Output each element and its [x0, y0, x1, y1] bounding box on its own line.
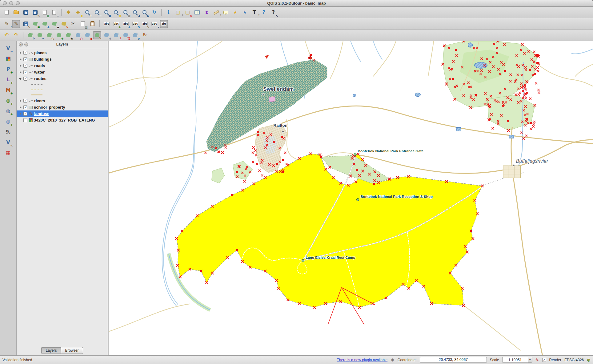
- layer-item-rivers[interactable]: rivers: [17, 98, 108, 104]
- layer-item-buildings[interactable]: buildings: [17, 56, 108, 62]
- add-part-icon[interactable]: +: [55, 31, 63, 39]
- layer-item-3420C_2010_327_RGB_LATLNG[interactable]: 3420C_2010_327_RGB_LATLNG: [17, 117, 108, 123]
- zoom-out-icon[interactable]: −: [93, 8, 101, 17]
- redo-icon[interactable]: ↷: [12, 31, 20, 39]
- zoom-to-layer-icon[interactable]: ▤: [122, 8, 130, 17]
- new-shapefile-layer-icon[interactable]: V✎: [4, 138, 12, 146]
- delete-selected-icon[interactable]: ✕: [60, 20, 68, 28]
- tab-layers[interactable]: Layers: [41, 347, 61, 354]
- text-annotation-icon[interactable]: T▾: [250, 8, 258, 17]
- cut-features-icon[interactable]: ✂: [69, 20, 78, 28]
- add-spatialite-layer-icon[interactable]: L+: [4, 75, 12, 84]
- layer-visibility-checkbox[interactable]: [23, 99, 27, 103]
- layer-visibility-checkbox[interactable]: [23, 70, 27, 74]
- layer-visibility-checkbox[interactable]: [23, 77, 27, 81]
- layer-item-water[interactable]: water: [17, 69, 108, 75]
- open-project-icon[interactable]: [12, 8, 20, 17]
- layer-item-routes[interactable]: routes: [17, 75, 108, 82]
- zoom-full-icon[interactable]: ▣: [102, 8, 111, 17]
- label-rotate-icon[interactable]: abc↻: [131, 20, 139, 28]
- layer-visibility-checkbox[interactable]: [23, 57, 27, 61]
- layer-labeling-options-icon[interactable]: abc: [102, 20, 111, 28]
- layer-expander-icon[interactable]: [19, 112, 22, 115]
- add-feature-icon[interactable]: ✱: [31, 20, 39, 28]
- deselect-features-icon[interactable]: ▢✕: [183, 8, 192, 17]
- move-feature-icon[interactable]: ✚: [41, 20, 49, 28]
- layer-expander-icon[interactable]: [19, 58, 22, 61]
- label-add-icon[interactable]: abc+: [112, 20, 120, 28]
- dropdown-arrow-icon[interactable]: ▾: [220, 14, 221, 16]
- layer-expander-icon[interactable]: [19, 106, 22, 109]
- stop-rendering-icon[interactable]: ✎: [535, 358, 539, 362]
- measure-line-icon[interactable]: ▾: [212, 8, 220, 17]
- zoom-last-icon[interactable]: ◀: [131, 8, 139, 17]
- add-wms-layer-icon[interactable]: ◍+: [4, 96, 12, 105]
- label-pin-icon[interactable]: abc▾: [150, 20, 158, 28]
- composer-manager-icon[interactable]: ≡: [50, 8, 58, 17]
- zoom-in-icon[interactable]: +: [83, 8, 92, 17]
- title-bar[interactable]: QGIS 2.0.1-Dufour - basic_map: [0, 0, 593, 7]
- undo-icon[interactable]: ↶: [2, 31, 11, 39]
- new-print-composer-icon[interactable]: ▦: [41, 8, 49, 17]
- add-wcs-layer-icon[interactable]: ◍+: [4, 107, 12, 115]
- node-tool-icon[interactable]: ▪: [50, 20, 58, 28]
- dropdown-arrow-icon[interactable]: ▾: [258, 14, 259, 16]
- layer-expander-icon[interactable]: [19, 99, 22, 102]
- split-parts-icon[interactable]: %: [122, 31, 130, 39]
- delete-part-icon[interactable]: ▪: [83, 31, 92, 39]
- label-change-icon[interactable]: abc✎: [141, 20, 149, 28]
- pan-to-selection-icon[interactable]: ▮: [74, 8, 82, 17]
- copy-features-icon[interactable]: ▥: [79, 20, 87, 28]
- layer-expander-icon[interactable]: [19, 71, 22, 74]
- render-checkbox[interactable]: [542, 358, 546, 362]
- label-highlight-pinned-icon[interactable]: abc: [160, 20, 168, 28]
- scale-combo[interactable]: 1:19951 ▼: [502, 357, 532, 363]
- coordinate-input[interactable]: 20.4733,-34.0967: [420, 357, 487, 363]
- map-canvas[interactable]: SwellendamRailtonBontebok National Park …: [109, 41, 593, 355]
- layer-visibility-checkbox[interactable]: [23, 51, 27, 55]
- layer-expander-icon[interactable]: [19, 77, 22, 80]
- reshape-features-icon[interactable]: ✎: [93, 31, 101, 39]
- select-features-icon[interactable]: ▢▾: [174, 8, 182, 17]
- field-calculator-icon[interactable]: ε: [202, 8, 211, 17]
- crs-status-icon[interactable]: ⊕: [587, 358, 591, 362]
- add-wfs-layer-icon[interactable]: ◍+: [4, 117, 12, 126]
- layer-expander-icon[interactable]: [19, 64, 22, 67]
- fill-ring-icon[interactable]: ◉: [64, 31, 73, 39]
- save-project-icon[interactable]: [22, 8, 30, 17]
- add-ring-icon[interactable]: ○: [45, 31, 54, 39]
- new-plugin-link[interactable]: There is a new plugin available: [337, 358, 387, 362]
- refresh-map-icon[interactable]: ↻: [150, 8, 158, 17]
- chevron-down-icon[interactable]: ▼: [528, 357, 532, 362]
- show-bookmarks-icon[interactable]: ★: [241, 8, 249, 17]
- add-delimited-text-layer-icon[interactable]: 9,: [4, 128, 12, 136]
- split-features-icon[interactable]: /: [112, 31, 120, 39]
- save-project-as-icon[interactable]: ✎: [31, 8, 39, 17]
- toggle-editing-icon[interactable]: ✎: [12, 20, 20, 28]
- rotate-point-symbols-icon[interactable]: ↻: [141, 31, 149, 39]
- offset-curve-icon[interactable]: ⇉: [102, 31, 111, 39]
- map-tips-icon[interactable]: [222, 8, 230, 17]
- zoom-to-selection-icon[interactable]: ▮: [112, 8, 120, 17]
- tab-browser[interactable]: Browser: [61, 347, 83, 354]
- pan-map-icon[interactable]: [64, 8, 73, 17]
- current-edits-icon[interactable]: ✎▾: [2, 20, 11, 28]
- rotate-feature-icon[interactable]: ↻: [26, 31, 34, 39]
- layer-item-landuse[interactable]: ✎landuse: [17, 110, 108, 117]
- layer-expander-icon[interactable]: [19, 51, 22, 54]
- plugin-icon[interactable]: ❖: [391, 358, 395, 362]
- dropdown-arrow-icon[interactable]: ▾: [10, 25, 12, 28]
- layer-item-roads[interactable]: roads: [17, 62, 108, 69]
- layer-visibility-checkbox[interactable]: [23, 105, 27, 109]
- new-bookmark-icon[interactable]: ★: [231, 8, 239, 17]
- layer-visibility-checkbox[interactable]: [23, 112, 27, 116]
- zoom-next-icon[interactable]: ▶: [141, 8, 149, 17]
- label-move-icon[interactable]: abc✚: [122, 20, 130, 28]
- dropdown-arrow-icon[interactable]: ▾: [182, 14, 183, 16]
- delete-ring-icon[interactable]: ○: [74, 31, 82, 39]
- layer-item-places[interactable]: places: [17, 50, 108, 56]
- help-contents-icon[interactable]: ?: [260, 8, 268, 17]
- paste-features-icon[interactable]: [88, 20, 97, 28]
- save-layer-edits-icon[interactable]: ✎: [22, 20, 30, 28]
- identify-features-icon[interactable]: ℹ: [164, 8, 173, 17]
